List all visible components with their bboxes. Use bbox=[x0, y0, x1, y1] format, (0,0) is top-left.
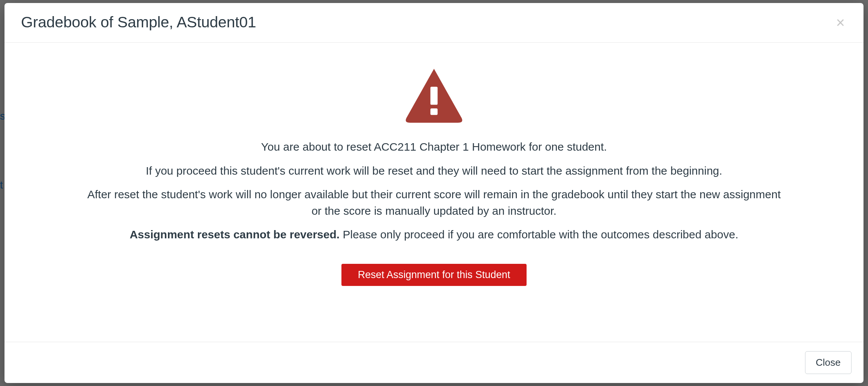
svg-rect-0 bbox=[430, 87, 437, 105]
page-backdrop: s t Gradebook of Sample, AStudent01 × Yo… bbox=[0, 0, 868, 386]
modal-title: Gradebook of Sample, AStudent01 bbox=[21, 13, 256, 31]
modal-header: Gradebook of Sample, AStudent01 × bbox=[4, 3, 864, 43]
warning-line-4-rest: Please only proceed if you are comfortab… bbox=[340, 228, 738, 241]
svg-rect-1 bbox=[430, 108, 437, 115]
close-button[interactable]: Close bbox=[805, 351, 852, 374]
modal-body: You are about to reset ACC211 Chapter 1 … bbox=[4, 43, 864, 342]
warning-line-4: Assignment resets cannot be reversed. Pl… bbox=[130, 226, 738, 243]
warning-line-2: If you proceed this student's current wo… bbox=[146, 163, 722, 179]
background-fragment: t bbox=[0, 179, 3, 191]
gradebook-reset-modal: Gradebook of Sample, AStudent01 × You ar… bbox=[4, 3, 864, 383]
close-icon[interactable]: × bbox=[834, 15, 847, 30]
warning-triangle-icon bbox=[404, 65, 464, 125]
warning-line-4-bold: Assignment resets cannot be reversed. bbox=[130, 228, 340, 241]
reset-assignment-button[interactable]: Reset Assignment for this Student bbox=[341, 264, 527, 286]
warning-line-1: You are about to reset ACC211 Chapter 1 … bbox=[261, 139, 607, 155]
modal-footer: Close bbox=[4, 342, 864, 383]
warning-line-3: After reset the student's work will no l… bbox=[85, 186, 783, 219]
